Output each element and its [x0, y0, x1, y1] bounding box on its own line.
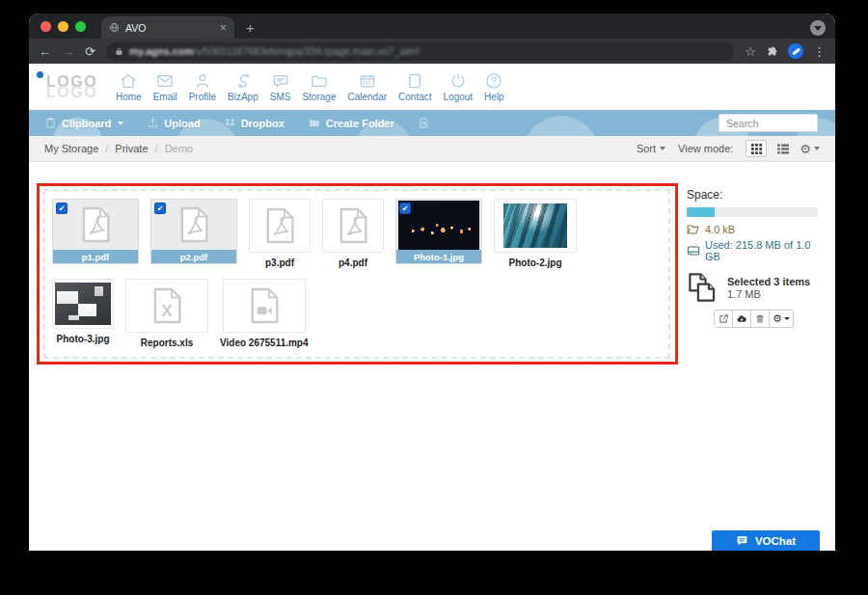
- reload-button[interactable]: ⟳: [85, 44, 95, 59]
- pdf-file-icon: [79, 204, 112, 245]
- file-tile-p1[interactable]: ✔ p1.pdf: [52, 199, 139, 264]
- file-tile-photo1[interactable]: ✔ Photo-1.jpg: [395, 199, 482, 264]
- address-bar[interactable]: my.agns.com/v/50651187683eb/nqpq/334.rpa…: [106, 42, 734, 61]
- calendar-icon: [358, 71, 377, 91]
- browser-tabstrip: AVO × +: [29, 14, 835, 39]
- fullscreen-window-button[interactable]: [75, 21, 86, 32]
- breadcrumb-my-storage[interactable]: My Storage: [44, 143, 98, 154]
- app-logo[interactable]: LOGO LOGO: [29, 76, 116, 97]
- browser-menu-icon[interactable]: ⋮: [813, 44, 826, 59]
- nav-item-storage[interactable]: Storage: [302, 71, 336, 102]
- list-view-button[interactable]: [773, 140, 794, 157]
- nav-label: Storage: [302, 92, 336, 102]
- file-tile-reports[interactable]: X Reports.xls: [125, 279, 208, 348]
- dropbox-label: Dropbox: [241, 118, 285, 129]
- create-folder-button[interactable]: Create Folder: [308, 117, 394, 129]
- profile-avatar[interactable]: [788, 43, 803, 59]
- download-button[interactable]: [732, 310, 751, 328]
- selection-summary: Selected 3 items 1.7 MB: [687, 271, 824, 304]
- nav-item-help[interactable]: Help: [484, 71, 504, 102]
- breadcrumb-bar: My Storage / Private / Demo Sort View mo…: [29, 136, 835, 162]
- photo-3-thumbnail: [55, 283, 111, 325]
- storage-sidebar: Space: 4.0 kB Used: 215.8 MB of 1.0 GB S…: [687, 188, 824, 328]
- close-window-button[interactable]: [41, 21, 51, 32]
- tab-close-icon[interactable]: ×: [220, 21, 227, 35]
- breadcrumb-private[interactable]: Private: [115, 143, 148, 154]
- checkbox-checked-icon[interactable]: ✔: [56, 203, 68, 214]
- nav-item-email[interactable]: Email: [153, 71, 177, 102]
- file-thumbnail-box: [322, 199, 384, 253]
- dropbox-button[interactable]: Dropbox: [224, 117, 285, 129]
- minimize-window-button[interactable]: [58, 21, 68, 32]
- nav-item-calendar[interactable]: Calendar: [347, 71, 387, 102]
- browser-tab[interactable]: AVO ×: [101, 16, 234, 39]
- selected-items-size: 1.7 MB: [727, 288, 810, 300]
- file-tile-p3[interactable]: p3.pdf: [249, 199, 311, 268]
- selection-texts: Selected 3 items 1.7 MB: [727, 276, 810, 300]
- bookmark-star-icon[interactable]: ☆: [745, 44, 756, 59]
- sort-label: Sort: [637, 143, 656, 154]
- file-name: Photo-1.jpg: [396, 250, 481, 263]
- nav-item-profile[interactable]: Profile: [189, 71, 216, 102]
- lock-icon: [115, 46, 123, 57]
- file-tile-photo2[interactable]: Photo-2.jpg: [494, 199, 577, 268]
- search-input[interactable]: [719, 114, 818, 132]
- breadcrumb-demo: Demo: [165, 143, 193, 154]
- space-progress-bar: [687, 207, 818, 217]
- checkbox-checked-icon[interactable]: ✔: [399, 203, 411, 214]
- file-grid-dropzone[interactable]: ✔ p1.pdf ✔ p2.pdf: [43, 189, 670, 359]
- tab-title: AVO: [125, 22, 214, 34]
- selection-action-buttons: ⚙: [714, 310, 824, 328]
- vochat-button[interactable]: VOChat: [712, 530, 820, 551]
- nav-item-home[interactable]: Home: [116, 71, 142, 102]
- grid-view-icon: [751, 144, 762, 154]
- trash-size-line: 4.0 kB: [687, 224, 824, 235]
- clipboard-button[interactable]: Clipboard: [44, 117, 123, 129]
- stacked-pages-icon: [687, 271, 719, 304]
- file-thumbnail-box: ✔ Photo-1.jpg: [395, 199, 482, 264]
- checkbox-checked-icon[interactable]: ✔: [154, 203, 166, 214]
- app-header: LOGO LOGO Home Email Profile Bi: [29, 64, 835, 110]
- open-share-button[interactable]: [714, 310, 733, 328]
- file-name: Photo-3.jpg: [57, 334, 110, 344]
- nav-item-logout[interactable]: Logout: [444, 71, 474, 102]
- video-file-icon: [248, 285, 281, 326]
- new-tab-button[interactable]: +: [246, 16, 255, 39]
- file-thumbnail-box: ✔ p2.pdf: [150, 199, 237, 264]
- nav-item-sms[interactable]: SMS: [270, 71, 291, 102]
- list-view-icon: [777, 144, 789, 154]
- tab-search-button[interactable]: [810, 20, 826, 36]
- extensions-puzzle-icon[interactable]: [766, 45, 778, 58]
- nav-item-bizapp[interactable]: BizApp: [228, 71, 258, 102]
- selected-items-count: Selected 3 items: [727, 276, 810, 287]
- nav-item-contact[interactable]: Contact: [398, 71, 431, 102]
- sms-icon: [271, 71, 290, 91]
- folder-icon: [310, 71, 329, 91]
- file-thumbnail-box: [494, 199, 577, 253]
- main-navigation: Home Email Profile BizApp SMS: [116, 71, 504, 102]
- file-tile-p4[interactable]: p4.pdf: [322, 199, 384, 268]
- file-search-button[interactable]: [418, 117, 430, 129]
- grid-view-button[interactable]: [746, 140, 767, 157]
- file-tile-p2[interactable]: ✔ p2.pdf: [150, 199, 237, 264]
- file-name: p1.pdf: [53, 250, 138, 263]
- settings-button[interactable]: ⚙: [769, 310, 794, 328]
- breadcrumb-separator: /: [155, 143, 158, 154]
- space-progress-fill: [687, 207, 715, 217]
- forward-button[interactable]: →: [62, 44, 74, 59]
- pdf-file-icon: [177, 204, 210, 245]
- open-folder-icon: [687, 224, 700, 235]
- file-tile-video[interactable]: Video 2675511.mp4: [220, 279, 309, 348]
- nav-label: Profile: [189, 92, 216, 102]
- file-tile-photo3[interactable]: Photo-3.jpg: [52, 279, 114, 344]
- sort-button[interactable]: Sort: [637, 143, 665, 154]
- back-button[interactable]: ←: [39, 44, 51, 59]
- upload-icon: [147, 117, 159, 129]
- browser-toolbar: ← → ⟳ my.agns.com/v/50651187683eb/nqpq/3…: [29, 39, 835, 64]
- upload-button[interactable]: Upload: [147, 117, 200, 129]
- clipboard-icon: [44, 117, 57, 129]
- settings-dropdown-button[interactable]: ⚙: [800, 142, 820, 156]
- nav-label: SMS: [270, 92, 291, 102]
- trash-size-value: 4.0 kB: [705, 224, 735, 235]
- delete-button[interactable]: [750, 310, 770, 328]
